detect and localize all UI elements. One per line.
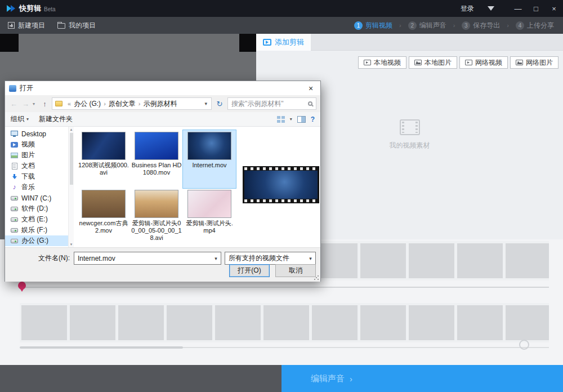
file-item[interactable]: 1208测试视频000.avi (77, 130, 130, 188)
sidebar-item-music[interactable]: ♪ 音乐 (5, 182, 68, 193)
history-dropdown-icon[interactable]: ▾ (33, 101, 38, 106)
scroll-up-icon[interactable]: ▲ (70, 128, 73, 131)
sidebar-item-drive-d[interactable]: 软件 (D:) (5, 203, 68, 214)
dialog-close-button[interactable]: × (301, 81, 320, 95)
dialog-navigation-bar: ← → ▾ ↑ « 办公 (G:) › 原创文章 › 示例原材料 ▾ ↻ 搜索"… (5, 95, 320, 112)
sidebar-item-downloads[interactable]: 下载 (5, 171, 68, 182)
search-text: 搜索"示例原材料" (231, 99, 284, 109)
open-button[interactable]: 打开(O) (229, 264, 270, 277)
edit-sound-label: 编辑声音 (311, 373, 345, 384)
address-bar[interactable]: « 办公 (G:) › 原创文章 › 示例原材料 ▾ (52, 97, 212, 110)
file-list: 1208测试视频000.avi Business Plan HD1080.mov… (74, 127, 242, 247)
playhead-marker[interactable] (18, 282, 26, 289)
view-mode-dropdown-icon[interactable]: ▾ (290, 117, 292, 122)
filetype-value: 所有支持的视频文件 (229, 253, 289, 263)
menu-icon[interactable] (488, 6, 494, 11)
filmstrip-frame (360, 305, 406, 340)
sidebar-item-drive-e[interactable]: 文档 (E:) (5, 214, 68, 225)
filmstrip-frame (215, 305, 261, 340)
web-image-button[interactable]: 网络图片 (510, 56, 558, 69)
file-name: 1208测试视频000.avi (78, 162, 129, 176)
filename-row: 文件名(N): Internet.mov ▾ 所有支持的视频文件 ▾ (5, 252, 316, 265)
search-icon (308, 101, 312, 106)
web-video-button[interactable]: 网络视频 (459, 56, 508, 69)
sidebar-scrollbar[interactable]: ▲ ▼ (68, 127, 74, 247)
step-edit-sound[interactable]: 2 编辑声音 (408, 21, 446, 30)
file-item[interactable]: newcger.com古典2.mov (77, 188, 130, 246)
breadcrumb-item-folder[interactable]: 原创文章 (108, 99, 136, 109)
back-icon[interactable]: ← (9, 100, 19, 108)
local-image-button[interactable]: 本地图片 (409, 56, 457, 69)
cancel-button[interactable]: 取消 (275, 264, 316, 277)
sidebar-item-label: 软件 (D:) (21, 204, 48, 213)
filmstrip-frame (506, 243, 549, 278)
sidebar-item-videos[interactable]: 视频 (5, 139, 68, 150)
filetype-select[interactable]: 所有支持的视频文件 ▾ (225, 252, 316, 265)
file-item[interactable]: Business Plan HD1080.mov (130, 130, 183, 188)
file-item[interactable]: 爱剪辑-测试片头00_00_05-00_00_18.avi (130, 188, 183, 246)
new-project-button[interactable]: 新建项目 (8, 21, 45, 30)
breadcrumb-item-current[interactable]: 示例原材料 (142, 99, 177, 109)
scrollbar-thumb[interactable] (70, 133, 73, 185)
dialog-title-bar[interactable]: 打开 × (5, 81, 320, 95)
minimize-button[interactable]: — (509, 0, 527, 17)
resize-grip[interactable] (313, 274, 320, 281)
up-folder-icon[interactable]: ↑ (40, 100, 50, 108)
organize-button[interactable]: 组织 ▾ (11, 114, 29, 124)
chevron-right-icon: › (350, 374, 352, 384)
step-upload-share[interactable]: 4 上传分享 (516, 21, 554, 30)
filmstrip-frame (312, 305, 358, 340)
step-separator-icon: › (453, 22, 455, 29)
folder-icon (55, 101, 62, 106)
desktop-icon (11, 131, 18, 136)
help-icon[interactable]: ? (311, 115, 315, 123)
sidebar-item-label: 文档 (E:) (21, 215, 48, 224)
address-dropdown-icon[interactable]: ▾ (203, 101, 209, 106)
filename-input[interactable]: Internet.mov ▾ (74, 252, 221, 265)
folder-icon (57, 23, 65, 29)
view-mode-icon[interactable] (277, 116, 285, 123)
refresh-icon[interactable]: ↻ (214, 100, 225, 108)
step-cut-video[interactable]: 1 剪辑视频 (354, 21, 392, 30)
tab-add-clip[interactable]: 添加剪辑 (256, 34, 311, 51)
timeline-zoom-icon[interactable] (519, 340, 529, 350)
file-item-selected[interactable]: Internet.mov (183, 130, 236, 188)
video-thumbnail (187, 190, 231, 218)
sidebar-item-label: 文档 (21, 161, 35, 171)
download-icon (11, 173, 18, 180)
new-folder-button[interactable]: 新建文件夹 (39, 114, 73, 124)
forward-icon[interactable]: → (21, 100, 30, 108)
video-thumbnail (82, 132, 126, 160)
new-folder-label: 新建文件夹 (39, 114, 73, 124)
search-input[interactable]: 搜索"示例原材料" (227, 97, 316, 110)
sidebar-item-pictures[interactable]: 图片 (5, 150, 68, 161)
timeline-scrollbar-thumb[interactable] (20, 346, 183, 349)
sidebar-item-drive-g[interactable]: 办公 (G:) (5, 235, 68, 246)
my-projects-button[interactable]: 我的项目 (57, 21, 96, 30)
sidebar-item-desktop[interactable]: Desktop (5, 128, 68, 139)
preview-pane-icon[interactable] (297, 116, 306, 123)
file-item[interactable]: 爱剪辑-测试片头.mp4 (183, 188, 236, 246)
edit-sound-button[interactable]: 编辑声音 › (282, 365, 563, 392)
filmstrip-frame (21, 305, 67, 340)
sidebar-item-drive-f[interactable]: 娱乐 (F:) (5, 225, 68, 235)
local-video-button[interactable]: 本地视频 (358, 56, 406, 69)
scroll-down-icon[interactable]: ▼ (70, 243, 73, 246)
sidebar-item-drive-c[interactable]: WIN7 (C:) (5, 193, 68, 203)
video-icon (11, 142, 18, 148)
maximize-button[interactable]: □ (527, 0, 545, 17)
filetype-dropdown-icon[interactable]: ▾ (306, 256, 315, 261)
media-source-buttons: 本地视频 本地图片 网络视频 网络图片 (358, 56, 558, 69)
filename-dropdown-icon[interactable]: ▾ (211, 256, 221, 261)
login-button[interactable]: 登录 (461, 4, 474, 14)
app-title: 快剪辑 (19, 3, 41, 14)
filmstrip-frame (167, 305, 212, 340)
filmstrip-track-2[interactable] (20, 303, 549, 342)
breadcrumb-item-drive[interactable]: 办公 (G:) (73, 99, 101, 109)
close-button[interactable]: × (545, 0, 563, 17)
step-save-export[interactable]: 3 保存导出 (462, 21, 500, 30)
view-controls: ▾ ? (277, 115, 315, 123)
sidebar-item-documents[interactable]: 文档 (5, 161, 68, 171)
breadcrumb-overflow[interactable]: « (65, 100, 73, 107)
open-file-dialog: 打开 × ← → ▾ ↑ « 办公 (G:) › 原创文章 › 示例原材料 ▾ … (5, 81, 321, 282)
